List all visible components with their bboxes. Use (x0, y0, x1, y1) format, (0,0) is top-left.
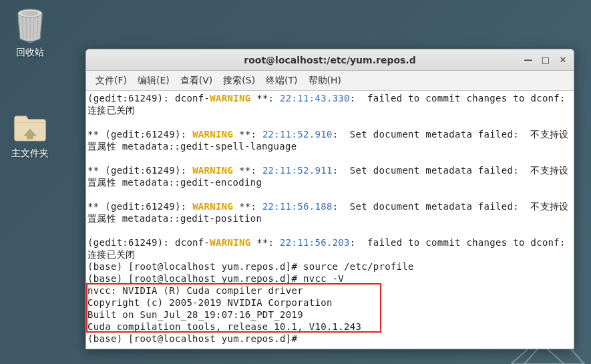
log-line: (gedit:61249): dconf-WARNING **: 22:11:5… (87, 237, 572, 260)
menu-edit[interactable]: 编辑(E) (132, 72, 175, 89)
terminal-window: root@localhost:/etc/yum.repos.d — □ ✕ 文件… (85, 49, 574, 349)
prompt-line: (base) [root@localhost yum.repos.d]# (87, 333, 303, 344)
menu-search[interactable]: 搜索(S) (218, 72, 260, 89)
log-line: (gedit:61249): dconf-WARNING **: 22:11:4… (87, 93, 572, 116)
prompt-line: (base) [root@localhost yum.repos.d]# nvc… (87, 273, 344, 284)
log-line: ** (gedit:61249): WARNING **: 22:11:52.9… (87, 165, 569, 188)
menu-terminal[interactable]: 终端(T) (260, 72, 303, 89)
trash-icon (13, 9, 47, 43)
menu-view[interactable]: 查看(V) (175, 72, 218, 89)
menubar: 文件(F) 编辑(E) 查看(V) 搜索(S) 终端(T) 帮助(H) (86, 71, 574, 91)
window-title: root@localhost:/etc/yum.repos.d (86, 55, 574, 65)
nvcc-output: Copyright (c) 2005-2019 NVIDIA Corporati… (87, 297, 333, 308)
nvcc-output: Cuda compilation tools, release 10.1, V1… (87, 321, 361, 332)
desktop-trash[interactable]: 回收站 (0, 9, 60, 59)
minimize-button[interactable]: — (520, 52, 536, 67)
menu-help[interactable]: 帮助(H) (303, 72, 347, 89)
desktop-home-label: 主文件夹 (0, 148, 60, 160)
nvcc-output: nvcc: NVIDIA (R) Cuda compiler driver (87, 285, 303, 296)
prompt-line: (base) [root@localhost yum.repos.d]# sou… (87, 261, 414, 272)
close-button[interactable]: ✕ (555, 52, 571, 67)
titlebar[interactable]: root@localhost:/etc/yum.repos.d — □ ✕ (86, 49, 574, 71)
svg-point-7 (21, 11, 39, 16)
menu-file[interactable]: 文件(F) (90, 72, 132, 89)
nvcc-output: Built on Sun_Jul_28_19:07:16_PDT_2019 (87, 309, 303, 320)
home-folder-icon (13, 110, 47, 144)
log-line: ** (gedit:61249): WARNING **: 22:11:56.1… (87, 201, 569, 224)
desktop-home-folder[interactable]: 主文件夹 (0, 110, 60, 160)
terminal-output[interactable]: (gedit:61249): dconf-WARNING **: 22:11:4… (86, 91, 574, 349)
maximize-button[interactable]: □ (538, 52, 554, 67)
log-line: ** (gedit:61249): WARNING **: 22:11:52.9… (87, 129, 569, 152)
desktop-trash-label: 回收站 (0, 47, 60, 59)
